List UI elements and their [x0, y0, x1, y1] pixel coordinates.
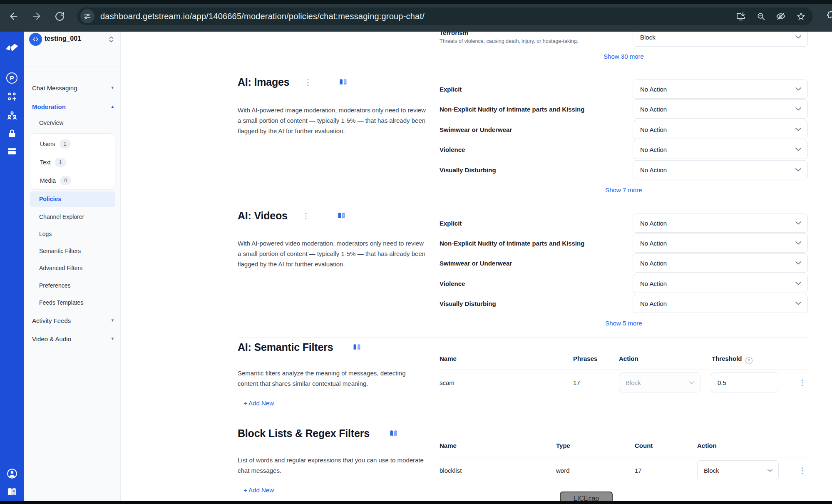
rail-team-item[interactable]: [0, 110, 24, 121]
rail-account-item[interactable]: [0, 468, 24, 479]
docs-link-button[interactable]: [390, 430, 397, 437]
sidebar-item-overview[interactable]: Overview: [39, 119, 63, 126]
action-select[interactable]: No Action: [633, 274, 808, 293]
sidebar-item-video-audio[interactable]: Video & Audio: [32, 335, 71, 343]
account-icon: [7, 468, 17, 479]
action-select[interactable]: No Action: [633, 253, 808, 273]
action-select-value: No Action: [640, 126, 667, 133]
sidebar-item-logs[interactable]: Logs: [39, 231, 52, 237]
action-select[interactable]: No Action: [633, 160, 808, 179]
docs-book-icon: [353, 344, 361, 351]
row-menu-button[interactable]: ⋮: [798, 467, 806, 474]
docs-link-button[interactable]: [338, 212, 345, 219]
moderation-row: Non-Explicit Nudity of Intimate parts an…: [440, 233, 808, 253]
section-menu-button[interactable]: ⋮: [304, 78, 312, 86]
blocklist-action-select[interactable]: Block: [697, 460, 779, 480]
rail-docs-item[interactable]: [0, 487, 24, 498]
apps-grid-icon: [7, 91, 17, 102]
section-divider: [238, 68, 808, 68]
chevron-down-icon: [795, 221, 801, 225]
add-new-link[interactable]: + Add New: [243, 487, 274, 494]
docs-link-button[interactable]: [339, 79, 347, 86]
counter-badge: 1: [60, 139, 71, 149]
harm-label: Explicit: [440, 86, 462, 93]
action-select[interactable]: No Action: [633, 214, 808, 233]
workspace-selector[interactable]: testing_001: [24, 32, 120, 59]
url-text[interactable]: dashboard.getstream.io/app/1406665/moder…: [100, 7, 425, 25]
action-select[interactable]: No Action: [633, 120, 808, 139]
action-select-value: Block: [704, 467, 719, 474]
harm-label: Violence: [440, 146, 465, 153]
star-icon: [796, 12, 806, 21]
harm-label: Visually Disturbing: [440, 300, 496, 307]
moderation-row: Explicit No Action: [440, 79, 808, 99]
site-settings-button[interactable]: [80, 9, 94, 23]
zoom-button[interactable]: [754, 10, 768, 23]
show-more-link[interactable]: Show 5 more: [440, 320, 808, 327]
policies-main: Terrorism Threats of violence, causing d…: [121, 32, 832, 504]
rail-apps-item[interactable]: [0, 91, 24, 102]
action-select[interactable]: No Action: [633, 99, 808, 119]
counter-users[interactable]: Users 1: [40, 139, 71, 149]
action-select[interactable]: No Action: [633, 233, 808, 253]
counter-label: Media: [40, 177, 56, 184]
counter-text[interactable]: Text 1: [40, 158, 66, 167]
action-select-value: No Action: [640, 106, 667, 113]
chevron-down-icon[interactable]: ▾: [111, 318, 114, 323]
column-header-action: Action: [619, 355, 638, 362]
action-select[interactable]: No Action: [633, 79, 808, 99]
moderation-row: Visually Disturbing No Action: [440, 160, 808, 179]
blocklist-name-cell: blocklist: [440, 467, 462, 474]
filter-action-select-disabled[interactable]: Block: [619, 372, 700, 392]
help-icon[interactable]: ?: [745, 357, 753, 364]
section-title-ai-videos: AI: Videos ⋮: [238, 210, 345, 222]
refresh-icon: [55, 11, 65, 22]
back-button[interactable]: [7, 9, 21, 23]
bookmark-button[interactable]: [794, 10, 808, 23]
show-more-link[interactable]: Show 30 more: [440, 53, 808, 60]
sidebar-item-preferences[interactable]: Preferences: [39, 282, 70, 289]
add-new-link[interactable]: + Add New: [243, 400, 274, 407]
sidebar-item-channel-explorer[interactable]: Channel Explorer: [39, 214, 84, 220]
section-divider: [238, 337, 808, 338]
threshold-input[interactable]: [711, 372, 778, 392]
sidebar-item-advanced-filters[interactable]: Advanced Filters: [39, 265, 82, 271]
action-select-value: Block: [626, 379, 641, 386]
column-header-threshold: Threshold?: [712, 355, 753, 364]
sidebar-item-moderation[interactable]: Moderation: [32, 103, 66, 110]
action-select[interactable]: No Action: [633, 294, 808, 313]
workspace-switch-icon: [108, 35, 114, 45]
url-bar[interactable]: dashboard.getstream.io/app/1406665/moder…: [77, 7, 813, 25]
docs-link-button[interactable]: [353, 344, 361, 351]
row-menu-button[interactable]: ⋮: [798, 379, 806, 387]
chevron-down-icon[interactable]: ▾: [111, 336, 114, 341]
sidebar-item-semantic-filters[interactable]: Semantic Filters: [39, 248, 81, 254]
hide-content-button[interactable]: [774, 10, 788, 23]
install-app-button[interactable]: [734, 10, 748, 23]
forward-button[interactable]: [30, 9, 44, 23]
sidebar-item-chat-messaging[interactable]: Chat Messaging: [32, 84, 77, 92]
chevron-down-icon[interactable]: ▾: [111, 85, 114, 90]
rail-security-item[interactable]: [0, 129, 24, 139]
show-more-link[interactable]: Show 7 more: [440, 186, 808, 194]
column-header-name: Name: [440, 442, 457, 449]
rail-profile-item[interactable]: P: [0, 72, 24, 84]
action-select[interactable]: No Action: [633, 140, 808, 159]
sidebar-item-activity-feeds[interactable]: Activity Feeds: [32, 317, 71, 324]
section-menu-button[interactable]: ⋮: [302, 212, 310, 220]
sidebar-item-label: Policies: [39, 196, 61, 202]
action-select-terrorism[interactable]: Block: [633, 32, 808, 47]
chevron-up-icon[interactable]: ▴: [111, 104, 114, 109]
harm-label: Visually Disturbing: [440, 166, 496, 174]
sidebar-item-policies[interactable]: Policies: [30, 191, 115, 207]
stream-logo[interactable]: [0, 43, 24, 52]
action-select-value: Block: [640, 34, 656, 41]
sidebar-item-feeds-templates[interactable]: Feeds Templates: [39, 299, 83, 306]
moderation-row: Swimwear or Underwear No Action: [440, 120, 808, 139]
counter-media[interactable]: Media 0: [40, 176, 71, 185]
extensions-button[interactable]: [826, 10, 832, 22]
column-header-type: Type: [556, 442, 570, 449]
docs-book-icon: [390, 430, 397, 437]
refresh-button[interactable]: [52, 9, 67, 23]
rail-billing-item[interactable]: [0, 146, 24, 156]
